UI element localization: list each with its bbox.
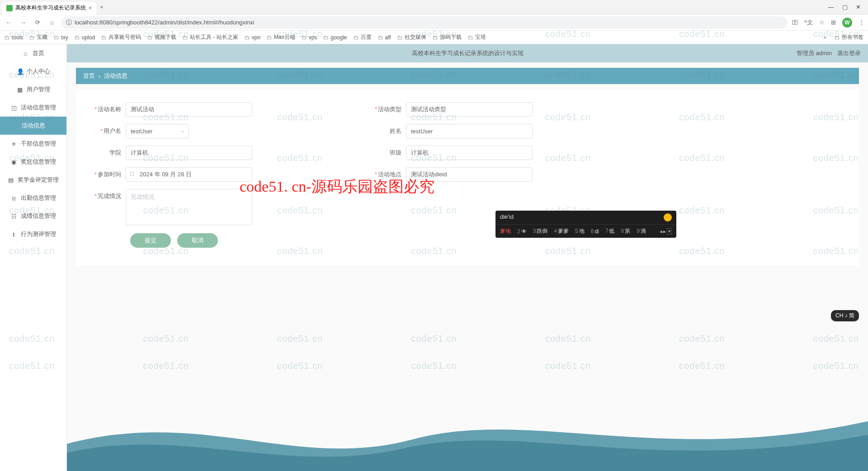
bookmark-item[interactable]: txy <box>54 34 68 41</box>
ime-candidate[interactable]: 爹地 <box>500 227 511 235</box>
url-input[interactable]: ⓘ localhost:8080/springbooth8422/admin/d… <box>61 16 788 29</box>
tab-title: 高校本科生学习成长记录系统 <box>15 4 86 12</box>
sidebar-icon: ⫼ <box>11 195 17 202</box>
sidebar-icon: 👤 <box>17 68 23 75</box>
input-class[interactable] <box>406 146 533 160</box>
submit-button[interactable]: 提交 <box>130 233 171 248</box>
input-activity-name[interactable] <box>126 102 252 117</box>
sidebar-item[interactable]: ☷成绩信息管理 <box>0 207 66 225</box>
breadcrumb-current: 活动信息 <box>104 72 127 80</box>
sidebar-item[interactable]: ▤奖学金评定管理 <box>0 171 66 189</box>
sidebar-icon: ◉ <box>11 159 17 165</box>
app-root: ⌂首页👤个人中心▦用户管理◫活动信息管理活动信息≡干部信息管理◉奖惩信息管理▤奖… <box>0 44 868 471</box>
sidebar-label: 干部信息管理 <box>21 140 56 148</box>
ime-engine-icon <box>664 213 672 221</box>
bookmarks-overflow-icon[interactable]: » <box>821 34 828 41</box>
ime-candidate[interactable]: 3跌倒 <box>533 227 548 235</box>
new-tab-button[interactable]: + <box>96 4 107 10</box>
input-college[interactable] <box>126 146 252 160</box>
bookmark-item[interactable]: tools <box>5 34 23 41</box>
ime-composition: die'id <box>500 213 514 221</box>
bookmark-item[interactable]: 社交媒体 <box>397 33 426 41</box>
sidebar-item[interactable]: 👤个人中心 <box>0 62 66 80</box>
bookmark-item[interactable]: 视频下载 <box>147 33 176 41</box>
bookmark-item[interactable]: google <box>323 34 347 41</box>
ime-status-pill[interactable]: CH ♪ 简 <box>831 310 859 321</box>
ime-popup: die'id 爹地2👁3跌倒4爹爹5地6di7低8第9滴◂▸▾ <box>495 211 676 238</box>
decorative-wave <box>67 390 868 471</box>
textarea-completion[interactable] <box>126 189 252 225</box>
bookmark-item[interactable]: vps <box>302 34 317 41</box>
bookmark-item[interactable]: 站长工具 - 站长之家 <box>183 33 238 41</box>
star-icon[interactable]: ☆ <box>819 19 825 26</box>
logout-link[interactable]: 退出登录 <box>837 49 861 57</box>
ime-candidate[interactable]: 4爹爹 <box>554 227 569 235</box>
bookmark-item[interactable]: 百度 <box>354 33 372 41</box>
label-activity-time: 参加时间 <box>85 167 126 182</box>
sidebar: ⌂首页👤个人中心▦用户管理◫活动信息管理活动信息≡干部信息管理◉奖惩信息管理▤奖… <box>0 44 67 471</box>
label-activity-type: 活动类型 <box>365 102 406 117</box>
bookmark-item[interactable]: Max云端 <box>267 33 295 41</box>
cancel-button[interactable]: 取消 <box>177 233 218 248</box>
ime-candidate[interactable]: 9滴 <box>637 227 646 235</box>
bookmark-item[interactable]: 共享账号密码 <box>101 33 141 41</box>
back-icon[interactable]: ← <box>4 19 14 26</box>
menu-icon[interactable]: ⋮ <box>859 19 864 26</box>
translate-icon[interactable]: ᴬ文 <box>804 19 813 27</box>
bookmark-item[interactable]: 宝藏 <box>29 33 47 41</box>
ime-candidate[interactable]: 6di <box>591 228 599 235</box>
reload-icon[interactable]: ⟳ <box>33 19 42 26</box>
ime-candidates[interactable]: 爹地2👁3跌倒4爹爹5地6di7低8第9滴◂▸▾ <box>495 225 676 238</box>
sidebar-label: 出勤信息管理 <box>21 194 56 202</box>
input-activity-type[interactable] <box>406 102 533 117</box>
profile-avatar[interactable]: W <box>842 18 852 28</box>
sidebar-item[interactable]: ≡干部信息管理 <box>0 135 66 153</box>
bookmark-item[interactable]: 宝塔 <box>468 33 486 41</box>
ime-candidate[interactable]: 7低 <box>605 227 615 235</box>
current-user: 管理员 admin <box>797 49 832 57</box>
sidebar-icon: ☷ <box>11 213 17 220</box>
forward-icon[interactable]: → <box>18 19 28 26</box>
close-window-icon[interactable]: ✕ <box>856 4 861 10</box>
sidebar-label: 奖学金评定管理 <box>18 176 59 184</box>
bookmark-item[interactable]: uplod <box>75 34 95 41</box>
input-activity-place[interactable] <box>406 167 533 182</box>
sidebar-item[interactable]: ⌂首页 <box>0 44 66 62</box>
bookmarks-bar: tools宝藏txyuplod共享账号密码视频下载站长工具 - 站长之家vpnM… <box>0 31 868 44</box>
input-activity-time[interactable] <box>126 167 252 182</box>
breadcrumb: 首页 › 活动信息 <box>76 68 859 84</box>
browser-tab[interactable]: 高校本科生学习成长记录系统 × <box>2 2 96 14</box>
sidebar-item[interactable]: ◫活动信息管理 <box>0 99 66 117</box>
ime-candidate[interactable]: 8第 <box>621 227 630 235</box>
label-activity-name: 活动名称 <box>85 102 126 117</box>
breadcrumb-home[interactable]: 首页 <box>83 72 95 80</box>
address-bar: ← → ⟳ ⌂ ⓘ localhost:8080/springbooth8422… <box>0 14 868 31</box>
sidebar-label: 用户管理 <box>27 85 50 94</box>
chevron-right-icon: › <box>99 73 100 80</box>
sidebar-label: 奖惩信息管理 <box>21 158 56 166</box>
sidebar-item[interactable]: ⫼出勤信息管理 <box>0 189 66 207</box>
bookmark-item[interactable]: vpn <box>245 34 260 41</box>
sidebar-item[interactable]: ◉奖惩信息管理 <box>0 153 66 171</box>
bookmark-item[interactable]: 源码下载 <box>433 33 462 41</box>
key-icon[interactable]: ⚿ <box>792 19 798 26</box>
site-info-icon[interactable]: ⓘ <box>66 19 72 27</box>
label-username: 用户名 <box>85 124 126 138</box>
ime-candidate[interactable]: 2👁 <box>517 228 527 235</box>
extensions-icon[interactable]: ⊞ <box>831 19 836 26</box>
bookmark-all[interactable]: 所有书签 <box>835 33 863 41</box>
ime-candidate[interactable]: 5地 <box>575 227 585 235</box>
ime-pager[interactable]: ◂▸▾ <box>660 228 672 235</box>
bookmark-item[interactable]: aff <box>378 34 391 41</box>
sidebar-label: 首页 <box>33 49 44 57</box>
select-username[interactable] <box>126 124 189 138</box>
home-icon[interactable]: ⌂ <box>47 19 57 26</box>
close-tab-icon[interactable]: × <box>89 5 92 11</box>
sidebar-item[interactable]: ⫿行为测评管理 <box>0 225 66 243</box>
sidebar-item[interactable]: 活动信息 <box>0 117 66 135</box>
sidebar-item[interactable]: ▦用户管理 <box>0 80 66 99</box>
input-realname[interactable] <box>406 124 533 138</box>
maximize-icon[interactable]: ▢ <box>842 4 848 10</box>
sidebar-icon: ◫ <box>11 104 17 111</box>
minimize-icon[interactable]: — <box>828 4 834 10</box>
